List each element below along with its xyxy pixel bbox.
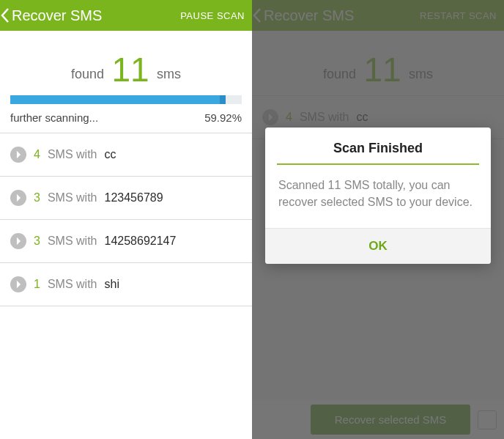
scan-finished-dialog: Scan Finished Scanned 11 SMS totally, yo… xyxy=(265,128,491,264)
screen-scanning: Recover SMS PAUSE SCAN found 11 sms furt… xyxy=(0,0,252,439)
chevron-right-icon xyxy=(10,276,26,292)
status-text: further scanning... xyxy=(10,111,98,124)
progress-percent: 59.92% xyxy=(204,111,242,124)
item-contact: shi xyxy=(104,278,119,291)
item-contact: 14258692147 xyxy=(104,235,176,248)
item-contact: cc xyxy=(104,148,116,161)
header-bar: Recover SMS PAUSE SCAN xyxy=(0,0,252,31)
item-count: 3 xyxy=(34,191,40,204)
list-item[interactable]: 3 SMS with 14258692147 xyxy=(0,220,252,263)
chevron-right-icon xyxy=(10,233,26,249)
progress-fill xyxy=(10,95,226,104)
progress-bar xyxy=(10,95,242,104)
dialog-ok-button[interactable]: OK xyxy=(265,228,491,264)
item-contact: 123456789 xyxy=(104,191,163,204)
found-count: 11 xyxy=(107,51,153,89)
item-mid: SMS with xyxy=(48,191,97,204)
chevron-right-icon xyxy=(10,147,26,163)
found-suffix: sms xyxy=(157,67,181,81)
header-title: Recover SMS xyxy=(12,7,102,24)
item-mid: SMS with xyxy=(48,278,97,291)
item-count: 3 xyxy=(34,235,40,248)
found-summary: found 11 sms xyxy=(0,31,252,95)
dialog-underline xyxy=(277,163,479,165)
list-item[interactable]: 3 SMS with 123456789 xyxy=(0,177,252,220)
item-mid: SMS with xyxy=(48,235,97,248)
dialog-title: Scan Finished xyxy=(265,128,491,163)
list-item[interactable]: 1 SMS with shi xyxy=(0,263,252,306)
dialog-body: Scanned 11 SMS totally, you can recover … xyxy=(265,177,491,228)
item-count: 4 xyxy=(34,148,40,161)
back-button[interactable]: Recover SMS xyxy=(0,7,102,24)
found-prefix: found xyxy=(71,67,104,81)
status-row: further scanning... 59.92% xyxy=(0,104,252,133)
list-item[interactable]: 4 SMS with cc xyxy=(0,133,252,177)
chevron-left-icon xyxy=(0,7,10,23)
pause-scan-button[interactable]: PAUSE SCAN xyxy=(180,10,245,21)
item-mid: SMS with xyxy=(48,148,97,161)
screen-finished: Recover SMS RESTART SCAN found 11 sms 4 … xyxy=(252,0,504,439)
chevron-right-icon xyxy=(10,190,26,206)
item-count: 1 xyxy=(34,278,40,291)
